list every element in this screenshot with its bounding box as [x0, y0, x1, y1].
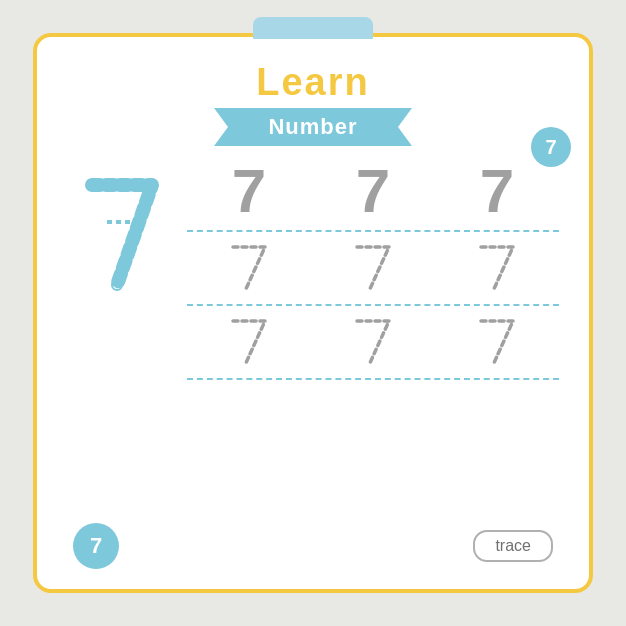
dashed-seven-c5: [346, 312, 401, 372]
right-practice-area: 7 7 7: [177, 160, 559, 515]
dashed-seven-svg-5: [351, 313, 395, 371]
number-ribbon: Number: [228, 108, 397, 146]
dashed-separator-1: [187, 230, 559, 232]
solid-sevens-row: 7 7 7: [187, 160, 559, 222]
dashed-seven-c4: [222, 312, 277, 372]
learn-heading: Learn: [256, 61, 369, 104]
big-seven-svg: [77, 170, 167, 300]
solid-seven-3: 7: [480, 160, 514, 222]
dashed-seven-svg-2: [351, 239, 395, 297]
page-container: 7 Learn Number 7 7 7: [33, 33, 593, 593]
dashed-seven-svg-4: [227, 313, 271, 371]
bottom-left-badge: 7: [73, 523, 119, 569]
dashed-separator-2: [187, 304, 559, 306]
bottom-area: 7 trace: [67, 523, 559, 569]
dashed-seven-svg-3: [475, 239, 519, 297]
big-number-area: [67, 160, 177, 515]
top-right-badge: 7: [531, 127, 571, 167]
dashed-seven-c2: [346, 238, 401, 298]
dashed-seven-c1: [222, 238, 277, 298]
solid-seven-2: 7: [356, 160, 390, 222]
dashed-seven-svg-6: [475, 313, 519, 371]
trace-badge[interactable]: trace: [473, 530, 553, 562]
dashed-seven-svg-1: [227, 239, 271, 297]
dashed-seven-c3: [470, 238, 525, 298]
dashed-separator-3: [187, 378, 559, 380]
dashed-seven-c6: [470, 312, 525, 372]
top-tab: [253, 17, 373, 39]
solid-seven-1: 7: [232, 160, 266, 222]
dashed-row-2: [187, 312, 559, 372]
main-content: 7 7 7: [67, 160, 559, 515]
dashed-row-1: [187, 238, 559, 298]
